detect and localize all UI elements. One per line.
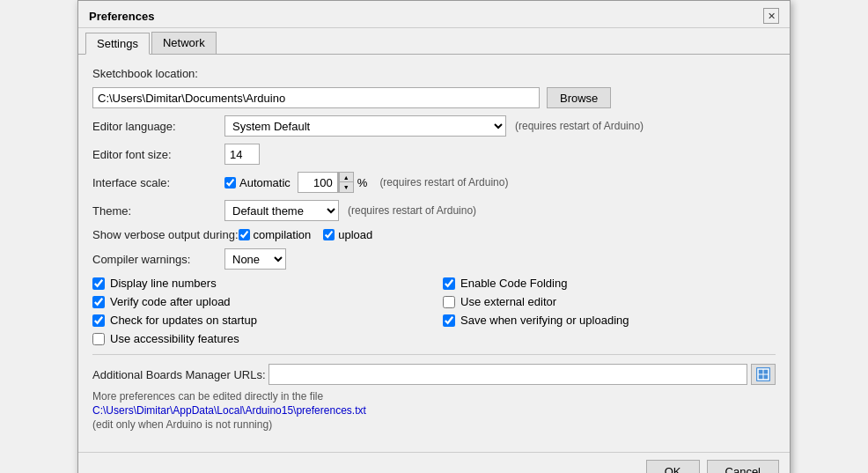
check-updates-label[interactable]: Check for updates on startup (110, 314, 257, 327)
additional-urls-row: Additional Boards Manager URLs: (92, 364, 776, 385)
sketchbook-input-row: Browse (92, 87, 776, 108)
urls-expand-button[interactable] (751, 364, 776, 385)
scale-unit: % (357, 176, 368, 189)
editor-language-label: Editor language: (92, 120, 224, 133)
auto-scale-label[interactable]: Automatic (239, 176, 291, 189)
check-updates-row: Check for updates on startup (92, 314, 425, 327)
display-line-numbers-row: Display line numbers (92, 277, 425, 290)
accessibility-label[interactable]: Use accessibility features (110, 332, 239, 345)
save-when-verifying-checkbox[interactable] (443, 314, 455, 327)
boards-icon (755, 366, 771, 382)
verbose-compilation-label[interactable]: compilation (254, 228, 312, 241)
scale-spinner-buttons: ▲ ▼ (338, 172, 354, 193)
accessibility-checkbox[interactable] (92, 333, 105, 345)
scale-up-button[interactable]: ▲ (339, 173, 353, 182)
tab-network[interactable]: Network (151, 32, 217, 54)
editor-font-size-label: Editor font size: (92, 148, 224, 161)
edit-note: (edit only when Arduino is not running) (92, 418, 776, 431)
verify-code-label[interactable]: Verify code after upload (110, 295, 231, 308)
compiler-warnings-label: Compiler warnings: (92, 253, 224, 266)
verify-code-row: Verify code after upload (92, 295, 425, 308)
checkboxes-section: Display line numbers Enable Code Folding… (92, 277, 776, 345)
verbose-upload-checkbox[interactable] (323, 229, 335, 240)
sketchbook-row: Sketchbook location: (92, 67, 776, 80)
settings-panel: Sketchbook location: Browse Editor langu… (78, 55, 790, 452)
bottom-buttons: OK Cancel (78, 452, 790, 473)
editor-language-select[interactable]: System Default (224, 115, 506, 137)
save-when-verifying-label[interactable]: Save when verifying or uploading (460, 314, 629, 327)
interface-scale-label: Interface scale: (92, 176, 224, 189)
editor-font-size-input[interactable] (224, 144, 260, 165)
verbose-label: Show verbose output during: (92, 228, 239, 241)
theme-note: (requires restart of Arduino) (348, 204, 476, 217)
verbose-compilation-checkbox[interactable] (239, 229, 250, 240)
browse-button[interactable]: Browse (547, 87, 611, 108)
enable-code-folding-label[interactable]: Enable Code Folding (460, 277, 567, 290)
enable-code-folding-checkbox[interactable] (443, 277, 455, 290)
display-line-numbers-label[interactable]: Display line numbers (110, 277, 217, 290)
editor-language-row: Editor language: System Default (require… (92, 115, 776, 137)
tab-settings[interactable]: Settings (85, 33, 150, 55)
save-when-verifying-row: Save when verifying or uploading (443, 314, 776, 327)
divider (92, 354, 776, 355)
interface-scale-note: (requires restart of Arduino) (379, 176, 508, 188)
theme-label: Theme: (92, 204, 224, 218)
display-line-numbers-checkbox[interactable] (92, 277, 105, 290)
use-external-editor-checkbox[interactable] (443, 296, 455, 308)
auto-scale-checkbox[interactable] (224, 177, 236, 188)
sketchbook-input[interactable] (92, 87, 540, 108)
use-external-editor-label[interactable]: Use external editor (460, 295, 556, 308)
close-button[interactable]: ✕ (763, 8, 779, 24)
additional-urls-input[interactable] (268, 364, 747, 385)
cancel-button[interactable]: Cancel (707, 460, 779, 473)
scale-spinner: ▲ ▼ (298, 172, 354, 193)
check-updates-checkbox[interactable] (92, 314, 105, 327)
editor-language-note: (requires restart of Arduino) (515, 120, 644, 132)
scale-down-button[interactable]: ▼ (339, 182, 353, 192)
enable-code-folding-row: Enable Code Folding (443, 277, 776, 290)
tabs-container: Settings Network (78, 28, 790, 55)
theme-row: Theme: Default theme (requires restart o… (92, 200, 776, 221)
accessibility-row: Use accessibility features (92, 332, 425, 345)
verbose-row: Show verbose output during: compilation … (92, 228, 776, 241)
additional-urls-label: Additional Boards Manager URLs: (92, 368, 268, 381)
scale-input[interactable] (298, 172, 338, 193)
theme-select[interactable]: Default theme (224, 200, 339, 221)
use-external-editor-row: Use external editor (443, 295, 776, 308)
compiler-warnings-select[interactable]: None (224, 248, 286, 270)
title-bar: Preferences ✕ (78, 1, 790, 28)
sketchbook-label: Sketchbook location: (92, 67, 224, 80)
interface-scale-row: Interface scale: Automatic ▲ ▼ % (requir… (92, 172, 776, 193)
compiler-warnings-row: Compiler warnings: None (92, 248, 776, 270)
verify-code-checkbox[interactable] (92, 296, 105, 308)
preferences-dialog: Preferences ✕ Settings Network Sketchboo… (77, 0, 791, 473)
file-path: C:\Users\Dimitar\AppData\Local\Arduino15… (92, 404, 776, 417)
ok-button[interactable]: OK (646, 460, 700, 473)
verbose-upload-label[interactable]: upload (338, 228, 372, 241)
dialog-title: Preferences (89, 10, 154, 23)
editor-font-size-row: Editor font size: (92, 144, 776, 165)
info-text: More preferences can be edited directly … (92, 390, 776, 403)
